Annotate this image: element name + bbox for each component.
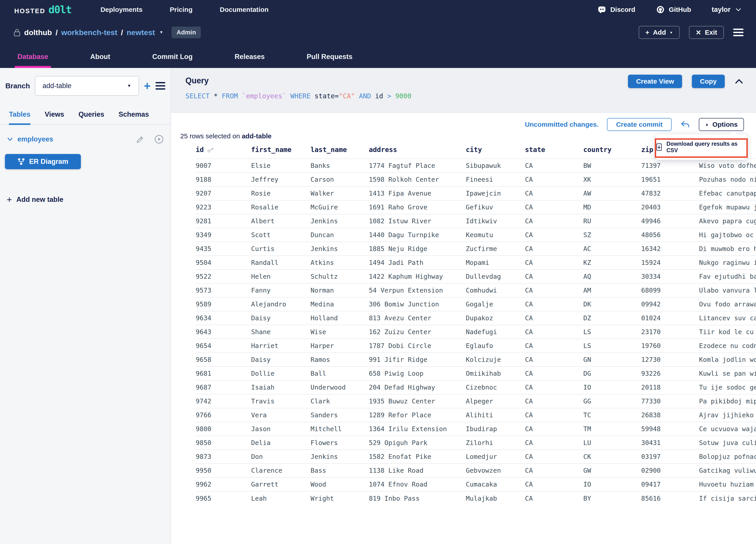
cell-last-name[interactable]: Atkins (311, 256, 369, 269)
cell-first-name[interactable]: Daisy (251, 353, 311, 367)
cell-zip[interactable]: 23170 (641, 325, 699, 339)
cell-first-name[interactable]: Shane (251, 325, 311, 339)
cell-address[interactable]: 1691 Raho Grove (369, 200, 466, 214)
cell-state[interactable]: CA (525, 172, 583, 186)
cell-bio[interactable]: Ezodece nu codne (699, 339, 756, 353)
cell-last-name[interactable]: Flowers (311, 436, 369, 450)
cell-state[interactable]: CA (525, 339, 583, 353)
cell-zip[interactable]: 02900 (641, 464, 699, 477)
cell-last-name[interactable]: Norman (311, 284, 369, 297)
column-header-address[interactable]: address (369, 146, 466, 159)
cell-city[interactable]: Dupakoz (466, 311, 525, 325)
cell-id[interactable]: 9658 (196, 353, 251, 367)
cell-zip[interactable]: 59948 (641, 422, 699, 436)
cell-bio[interactable]: Ovu fodo arrawat (699, 297, 756, 311)
cell-bio[interactable]: Wiso voto dofhet (699, 159, 756, 172)
cell-state[interactable]: CA (525, 186, 583, 200)
cell-last-name[interactable]: Underwood (311, 380, 369, 394)
discord-link[interactable]: Discord (597, 5, 635, 14)
cell-last-name[interactable]: Sanders (311, 408, 369, 422)
cell-id[interactable]: 9643 (196, 325, 251, 339)
cell-zip[interactable]: 19651 (641, 172, 699, 186)
cell-first-name[interactable]: Delia (251, 436, 311, 450)
cell-address[interactable]: 1413 Fipa Avenue (369, 186, 466, 200)
cell-first-name[interactable]: Jason (251, 422, 311, 436)
cell-first-name[interactable]: Alejandro (251, 297, 311, 311)
cell-country[interactable]: DZ (583, 311, 641, 325)
cell-state[interactable]: CA (525, 269, 583, 284)
tab-database[interactable]: Database (16, 46, 50, 68)
cell-address[interactable]: 813 Avezu Center (369, 311, 466, 325)
cell-zip[interactable]: 85616 (641, 491, 699, 505)
branch-select[interactable]: add-table ▼ (35, 76, 139, 96)
cell-first-name[interactable]: Vera (251, 408, 311, 422)
cell-city[interactable]: Mopami (466, 256, 525, 269)
options-button[interactable]: ▲ Options (699, 118, 744, 131)
cell-first-name[interactable]: Garrett (251, 477, 311, 491)
cell-last-name[interactable]: Jenkins (311, 242, 369, 256)
collapse-chevron-up-icon[interactable] (735, 78, 743, 84)
cell-address[interactable]: 1774 Fagtuf Place (369, 159, 466, 172)
cell-state[interactable]: CA (525, 450, 583, 464)
cell-zip[interactable]: 20403 (641, 200, 699, 214)
cell-state[interactable]: CA (525, 325, 583, 339)
cell-first-name[interactable]: Albert (251, 214, 311, 228)
cell-address[interactable]: 819 Inbo Pass (369, 491, 466, 505)
cell-address[interactable]: 529 Opiguh Park (369, 436, 466, 450)
cell-country[interactable]: IO (583, 477, 641, 491)
cell-id[interactable]: 9573 (196, 284, 251, 297)
cell-bio[interactable]: Egefok mupawu ja (699, 200, 756, 214)
cell-last-name[interactable]: Carson (311, 172, 369, 186)
cell-bio[interactable]: Tu ije sodoc ges (699, 380, 756, 394)
cell-last-name[interactable]: Wise (311, 325, 369, 339)
cell-last-name[interactable]: Wood (311, 477, 369, 491)
cell-country[interactable]: SZ (583, 228, 641, 242)
cell-id[interactable]: 9965 (196, 491, 251, 505)
cell-bio[interactable]: Sotuw juva culis (699, 436, 756, 450)
sidebar-tab-views[interactable]: Views (45, 110, 64, 124)
cell-country[interactable]: BW (583, 159, 641, 172)
cell-address[interactable]: 1494 Jadi Path (369, 256, 466, 269)
cell-last-name[interactable]: Schultz (311, 269, 369, 284)
cell-state[interactable]: CA (525, 353, 583, 367)
add-button[interactable]: + Add ▼ (639, 26, 680, 39)
cell-address[interactable]: 162 Zuizu Center (369, 325, 466, 339)
cell-zip[interactable]: 71397 (641, 159, 699, 172)
cell-country[interactable]: TC (583, 408, 641, 422)
column-header-first-name[interactable]: first_name (251, 146, 311, 159)
cell-zip[interactable]: 09942 (641, 297, 699, 311)
cell-state[interactable]: CA (525, 464, 583, 477)
cell-zip[interactable]: 09417 (641, 477, 699, 491)
cell-country[interactable]: BY (583, 491, 641, 505)
cell-id[interactable]: 9281 (196, 214, 251, 228)
tab-releases[interactable]: Releases (233, 46, 266, 68)
cell-id[interactable]: 9223 (196, 200, 251, 214)
cell-city[interactable]: Sibupawuk (466, 159, 525, 172)
cell-country[interactable]: GG (583, 394, 641, 408)
cell-last-name[interactable]: Holland (311, 311, 369, 325)
cell-id[interactable]: 9873 (196, 450, 251, 464)
cell-bio[interactable]: Bolopjuz pofnac (699, 450, 756, 464)
cell-country[interactable]: GN (583, 353, 641, 367)
cell-city[interactable]: Omiikihab (466, 367, 525, 380)
cell-bio[interactable]: Tiir kod le cu i (699, 325, 756, 339)
cell-city[interactable]: Gebvowzen (466, 464, 525, 477)
cell-city[interactable]: Keomutu (466, 228, 525, 242)
cell-last-name[interactable]: McGuire (311, 200, 369, 214)
cell-city[interactable]: Gogalje (466, 297, 525, 311)
sidebar-tab-tables[interactable]: Tables (9, 110, 30, 125)
cell-first-name[interactable]: Fanny (251, 284, 311, 297)
cell-zip[interactable]: 15924 (641, 256, 699, 269)
column-header-last-name[interactable]: last_name (311, 146, 369, 159)
nav-link-documentation[interactable]: Documentation (220, 6, 269, 13)
cell-bio[interactable]: Hi gajtobwo oc r (699, 228, 756, 242)
cell-id[interactable]: 9950 (196, 464, 251, 477)
cell-address[interactable]: 1074 Efnov Road (369, 477, 466, 491)
hosted-dolt-logo[interactable]: HOSTED d0lt (14, 4, 71, 16)
cell-last-name[interactable]: Harper (311, 339, 369, 353)
breadcrumb-owner[interactable]: dolthub (24, 28, 52, 37)
cell-bio[interactable]: Komla jodlin wo (699, 353, 756, 367)
cell-id[interactable]: 9681 (196, 367, 251, 380)
cell-country[interactable]: DK (583, 297, 641, 311)
cell-zip[interactable]: 20118 (641, 380, 699, 394)
